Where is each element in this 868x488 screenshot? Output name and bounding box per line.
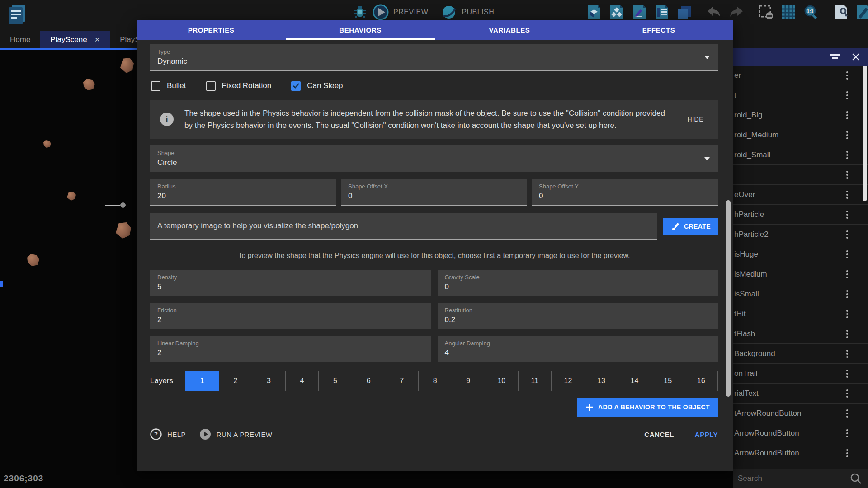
tab-properties[interactable]: PROPERTIES — [137, 20, 286, 40]
bullet-checkbox[interactable]: Bullet — [151, 81, 186, 91]
debug-icon[interactable] — [352, 4, 368, 20]
tools-wrench-icon[interactable] — [832, 4, 849, 20]
layer-button-8[interactable]: 8 — [419, 371, 452, 391]
scene-properties-icon[interactable] — [631, 4, 647, 20]
undo-icon[interactable] — [706, 4, 722, 20]
add-behavior-button[interactable]: ADD A BEHAVIOR TO THE OBJECT — [577, 398, 718, 417]
object-list-item[interactable]: eOver — [733, 185, 868, 205]
layer-button-12[interactable]: 12 — [552, 371, 585, 391]
item-menu-icon[interactable] — [846, 171, 848, 173]
layer-button-9[interactable]: 9 — [452, 371, 486, 391]
layer-button-2[interactable]: 2 — [219, 371, 253, 391]
can-sleep-checkbox[interactable]: Can Sleep — [291, 81, 343, 91]
layer-button-4[interactable]: 4 — [286, 371, 319, 391]
search-input[interactable] — [733, 474, 850, 483]
shape-offset-y-field[interactable]: Shape Offset Y 0 — [532, 179, 718, 206]
object-list-item[interactable]: tArrowRoundButton — [733, 404, 868, 423]
layer-button-14[interactable]: 14 — [618, 371, 651, 391]
item-menu-icon[interactable] — [846, 250, 848, 252]
item-menu-icon[interactable] — [846, 389, 848, 391]
cancel-button[interactable]: CANCEL — [644, 431, 674, 438]
publish-button[interactable]: PUBLISH — [462, 8, 494, 16]
asteroid-sprite[interactable] — [27, 254, 39, 266]
object-groups-icon[interactable] — [609, 4, 625, 20]
object-list-item[interactable]: tFlash — [733, 324, 868, 344]
radius-field[interactable]: Radius 20 — [150, 179, 336, 206]
layer-button-6[interactable]: 6 — [352, 371, 386, 391]
preview-button[interactable]: PREVIEW — [393, 8, 428, 16]
restitution-field[interactable]: Restitution 0.2 — [438, 303, 718, 329]
object-list-item[interactable]: roid_Medium — [733, 125, 868, 145]
angular-damping-field[interactable]: Angular Damping 4 — [438, 336, 718, 362]
item-menu-icon[interactable] — [846, 429, 848, 431]
preview-play-icon[interactable] — [373, 4, 389, 20]
item-menu-icon[interactable] — [846, 211, 848, 212]
tab-effects[interactable]: EFFECTS — [584, 20, 733, 40]
tab-playscene[interactable]: PlayScene ✕ — [40, 31, 110, 48]
item-menu-icon[interactable] — [846, 350, 848, 352]
clear-selection-icon[interactable] — [758, 4, 774, 20]
object-list-item[interactable]: t — [733, 85, 868, 105]
object-list-item[interactable]: hParticle — [733, 205, 868, 225]
layer-button-3[interactable]: 3 — [252, 371, 286, 391]
tab-variables[interactable]: VARIABLES — [435, 20, 584, 40]
object-list-item[interactable]: roid_Big — [733, 105, 868, 125]
object-list-item[interactable] — [733, 165, 868, 185]
item-menu-icon[interactable] — [846, 409, 848, 411]
selection-edge-handle[interactable] — [0, 281, 3, 287]
layer-button-7[interactable]: 7 — [385, 371, 419, 391]
filter-icon[interactable] — [830, 53, 840, 61]
layer-button-5[interactable]: 5 — [319, 371, 352, 391]
zoom-original-icon[interactable]: 1:1 — [803, 4, 819, 20]
object-list-item[interactable]: isMedium — [733, 264, 868, 284]
item-menu-icon[interactable] — [846, 91, 848, 93]
object-list-item[interactable]: isSmall — [733, 284, 868, 304]
asteroid-sprite[interactable] — [67, 192, 76, 201]
layers-list-icon[interactable] — [654, 4, 670, 20]
item-menu-icon[interactable] — [846, 151, 848, 153]
layer-button-13[interactable]: 13 — [585, 371, 618, 391]
asteroid-sprite[interactable] — [83, 79, 95, 90]
tab-home[interactable]: Home — [0, 31, 40, 48]
create-button[interactable]: CREATE — [663, 218, 718, 235]
fixed-rotation-checkbox[interactable]: Fixed Rotation — [206, 81, 272, 91]
run-preview-button[interactable]: RUN A PREVIEW — [199, 428, 273, 440]
help-button[interactable]: ? HELP — [150, 428, 186, 440]
type-select[interactable]: Type Dynamic — [150, 44, 718, 71]
object-list-item[interactable]: ArrowRoundButton — [733, 423, 868, 443]
dialog-scrollbar[interactable] — [726, 200, 731, 397]
friction-field[interactable]: Friction 2 — [150, 303, 431, 329]
item-menu-icon[interactable] — [846, 111, 848, 113]
redo-icon[interactable] — [728, 4, 745, 20]
layer-button-11[interactable]: 11 — [519, 371, 552, 391]
asteroid-sprite[interactable] — [120, 58, 134, 73]
asteroid-sprite[interactable] — [43, 140, 51, 148]
object-list-item[interactable]: ArrowRoundButton — [733, 443, 868, 463]
shape-select[interactable]: Shape Circle — [150, 145, 718, 172]
object-list-item[interactable]: er — [733, 66, 868, 85]
density-field[interactable]: Density 5 — [150, 270, 431, 296]
instances-panel-icon[interactable] — [676, 4, 693, 20]
item-menu-icon[interactable] — [846, 71, 848, 73]
layer-button-15[interactable]: 15 — [651, 371, 685, 391]
item-menu-icon[interactable] — [846, 230, 848, 232]
layer-button-1[interactable]: 1 — [185, 371, 219, 391]
object-list-item[interactable]: isHuge — [733, 244, 868, 264]
close-tab-icon[interactable]: ✕ — [94, 36, 100, 44]
publish-planet-icon[interactable] — [441, 4, 457, 20]
selection-handle-dot[interactable] — [120, 202, 126, 208]
object-list-item[interactable]: onTrail — [733, 364, 868, 384]
edit-corner-icon[interactable] — [855, 4, 868, 20]
item-menu-icon[interactable] — [846, 270, 848, 272]
tab-behaviors[interactable]: BEHAVIORS — [286, 20, 435, 40]
grid-icon[interactable] — [780, 4, 797, 20]
gravity-scale-field[interactable]: Gravity Scale 0 — [438, 270, 718, 296]
item-menu-icon[interactable] — [846, 449, 848, 451]
layer-button-10[interactable]: 10 — [485, 371, 519, 391]
hide-button[interactable]: HIDE — [683, 112, 708, 127]
apply-button[interactable]: APPLY — [695, 431, 718, 438]
temp-image-field[interactable]: A temporary image to help you visualize … — [150, 213, 657, 240]
asteroid-sprite[interactable] — [116, 222, 131, 239]
item-menu-icon[interactable] — [846, 191, 848, 192]
item-menu-icon[interactable] — [846, 290, 848, 292]
